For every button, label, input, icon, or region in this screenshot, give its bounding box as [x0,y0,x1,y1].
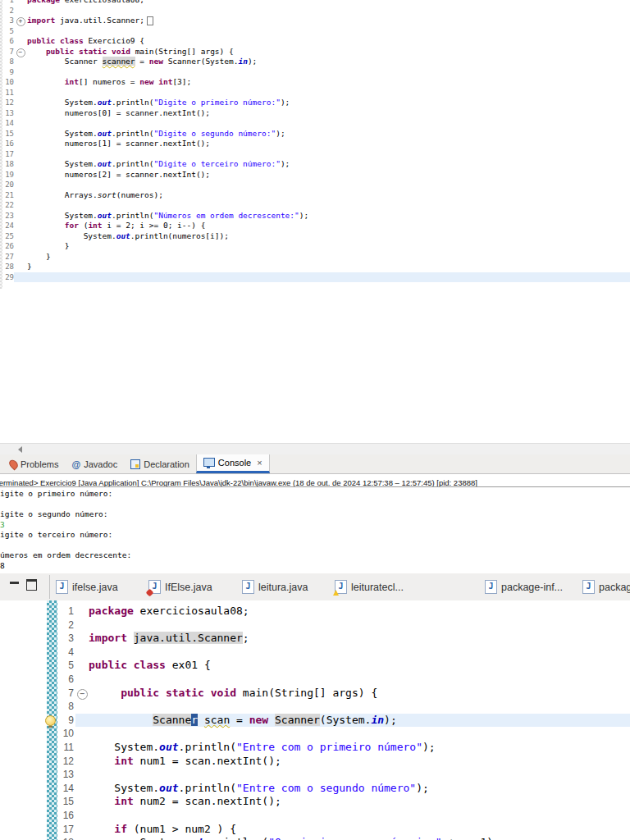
code-line[interactable]: 3import java.util.Scanner; [0,632,630,646]
line-number-gutter[interactable]: 14 [0,782,75,796]
fold-column[interactable] [75,823,89,837]
line-number-gutter[interactable]: 13 [0,768,75,782]
fold-column[interactable] [75,727,89,741]
line-number-gutter[interactable]: 3 [2,16,14,26]
code-line[interactable]: 11 [2,88,630,98]
code-line[interactable]: 14 System.out.println("Entre com o segun… [0,782,630,796]
fold-column[interactable]: − [14,47,27,57]
line-number-gutter[interactable]: 3 [0,632,75,646]
tab-console[interactable]: Console× [196,454,270,473]
close-icon[interactable]: × [257,458,262,468]
fold-column[interactable] [75,836,89,840]
code-line[interactable]: 9 [2,67,630,78]
fold-column[interactable] [14,129,27,139]
code-line[interactable]: 8 [0,700,630,714]
line-number-gutter[interactable]: 28 [2,262,14,272]
line-number-gutter[interactable]: 2 [0,619,75,632]
line-number-gutter[interactable]: 16 [0,809,75,823]
fold-column[interactable] [14,241,27,252]
code-line[interactable]: 27 } [2,252,630,262]
tab-ifelse-java[interactable]: JIfElse.java [148,573,212,600]
line-number-gutter[interactable]: 4 [0,646,75,660]
code-line[interactable]: 3+import java.util.Scanner; [2,16,630,26]
line-number-gutter[interactable]: 18 [0,836,75,840]
line-number-gutter[interactable]: 8 [0,700,75,714]
fold-column[interactable] [14,26,27,37]
line-number-gutter[interactable]: 13 [2,108,14,119]
line-number-gutter[interactable]: 5 [0,659,75,673]
console-output[interactable]: igite o primeiro número: igite o segundo… [0,489,630,573]
code-line[interactable]: 21 Arrays.sort(numeros); [2,190,630,201]
minimize-icon[interactable] [10,582,19,584]
fold-collapse-icon[interactable]: − [16,48,25,57]
fold-column[interactable] [14,159,27,170]
code-line[interactable]: 6 [0,673,630,687]
line-number-gutter[interactable]: 9 [2,67,14,78]
code-line[interactable]: 12 System.out.println("Digite o primeiro… [2,98,630,108]
fold-column[interactable] [14,6,27,16]
fold-column[interactable] [14,139,27,149]
fold-column[interactable] [75,659,89,673]
code-line[interactable]: 10 [0,727,630,741]
code-line[interactable]: 2 [2,6,630,16]
fold-column[interactable] [75,809,89,823]
fold-collapse-icon[interactable]: − [77,689,88,700]
fold-expand-icon[interactable]: + [16,17,25,26]
fold-column[interactable] [14,67,27,78]
fold-column[interactable] [14,118,27,129]
fold-column[interactable] [75,795,89,809]
bottom-code-editor[interactable]: 1package exerciciosaula08;23import java.… [0,600,630,840]
fold-column[interactable] [75,619,89,632]
code-line[interactable]: 25 System.out.println(numeros[i]); [2,231,630,242]
tab-declaration[interactable]: Declaration [124,454,196,473]
code-line[interactable]: 17 if (num1 > num2 ) { [0,823,630,837]
code-line[interactable]: 9 Scanner scan = new Scanner(System.in); [0,714,630,728]
fold-column[interactable] [14,108,27,119]
code-line[interactable]: 18 System.out.println("Digite o terceiro… [2,159,630,170]
tab-package-inf-[interactable]: Jpackage-inf... [485,573,563,600]
code-line[interactable]: 15 System.out.println("Digite o segundo … [2,129,630,139]
code-line[interactable]: 14 [2,118,630,129]
fold-column[interactable]: + [14,16,27,26]
line-number-gutter[interactable]: 14 [2,118,14,129]
fold-column[interactable] [75,768,89,782]
line-number-gutter[interactable]: 12 [2,98,14,108]
line-number-gutter[interactable]: 29 [2,272,14,283]
fold-column[interactable] [75,741,89,755]
code-line[interactable]: 13 numeros[0] = scanner.nextInt(); [2,108,630,119]
line-number-gutter[interactable]: 11 [2,88,14,98]
tab-package-in[interactable]: Jpackage-in [582,573,630,600]
code-line[interactable]: 16 numeros[1] = scanner.nextInt(); [2,139,630,149]
line-number-gutter[interactable]: 8 [2,57,14,67]
code-line[interactable]: 16 [0,809,630,823]
line-number-gutter[interactable]: 21 [2,190,14,201]
fold-column[interactable] [14,88,27,98]
code-line[interactable]: 7− public static void main(String[] args… [2,47,630,57]
fold-column[interactable] [14,36,27,47]
fold-column[interactable] [14,190,27,201]
code-line[interactable]: 17 [2,149,630,160]
line-number-gutter[interactable]: 5 [2,26,14,37]
fold-column[interactable] [14,252,27,262]
fold-column[interactable]: − [75,687,89,701]
fold-column[interactable] [75,646,89,660]
code-line[interactable]: 26 } [2,241,630,252]
fold-column[interactable] [14,170,27,180]
code-line[interactable]: 22 [2,200,630,211]
code-line[interactable]: 10 int[] numeros = new int[3]; [2,77,630,88]
line-number-gutter[interactable]: 7 [2,47,14,57]
code-line[interactable]: 6public class Exercicio9 { [2,36,630,47]
code-line[interactable]: 11 System.out.println("Entre com o prime… [0,741,630,755]
code-line[interactable]: 23 System.out.println("Números em ordem … [2,211,630,221]
fold-column[interactable] [14,149,27,160]
code-line[interactable]: 20 [2,180,630,190]
line-number-gutter[interactable]: 12 [0,755,75,769]
code-line[interactable]: 7− public static void main(String[] args… [0,687,630,701]
fold-column[interactable] [14,77,27,88]
line-number-gutter[interactable]: 6 [2,36,14,47]
line-number-gutter[interactable]: 19 [2,170,14,180]
line-number-gutter[interactable]: 1 [0,605,75,619]
code-line[interactable]: 5 [2,26,630,37]
top-code-editor[interactable]: 1package exerciciosaula08;23+import java… [0,0,630,443]
line-number-gutter[interactable]: 26 [2,241,14,252]
